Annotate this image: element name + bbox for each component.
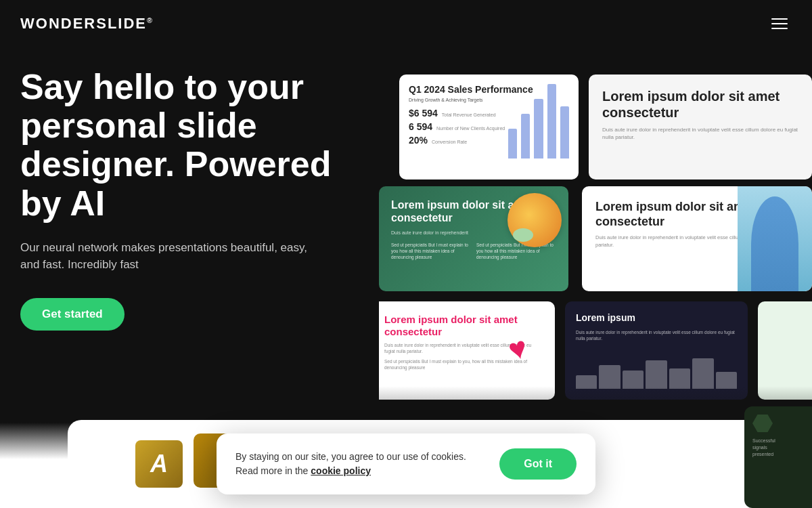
- slide-7-partial: [758, 301, 812, 400]
- got-it-button[interactable]: Got it: [499, 448, 577, 480]
- metric-2-label: Number of New Clients Acquired: [436, 126, 505, 131]
- get-started-button[interactable]: Get started: [20, 298, 125, 331]
- slide-6: Lorem ipsum Duis aute irure dolor in rep…: [565, 301, 748, 400]
- metric-3-val: 20%: [409, 135, 428, 146]
- header: WONDERSLIDE®: [0, 0, 812, 47]
- slides-showcase: Q1 2024 Sales Performance Driving Growth…: [379, 75, 812, 427]
- metric-1-val: $6 594: [409, 108, 438, 119]
- metric-2-val: 6 594: [409, 121, 432, 132]
- cookie-policy-link[interactable]: cookie policy: [311, 465, 371, 476]
- lady-image: [738, 186, 812, 291]
- slide-6-title: Lorem ipsum: [576, 312, 737, 324]
- slide-3-col-1: Sed ut perspiciatis But I must explain t…: [391, 242, 471, 260]
- hamburger-line: [771, 28, 788, 29]
- bar-4: [547, 84, 556, 158]
- slide-5: Lorem ipsum dolor sit amet consectetur D…: [379, 301, 555, 400]
- right-sidebar-partial: Successfulsignalspresented: [744, 406, 812, 508]
- metric-1-label: Total Revenue Generated: [442, 112, 496, 117]
- hero-title: Say hello to your personal slide designe…: [20, 68, 372, 223]
- bar-chart: [508, 84, 569, 158]
- metric-3-label: Conversion Rate: [432, 140, 467, 144]
- hearts-decoration: ♥: [487, 308, 548, 389]
- hero-subtitle: Our neural network makes presentations b…: [20, 239, 318, 274]
- menu-button[interactable]: [767, 14, 792, 33]
- food-image: [508, 193, 562, 247]
- sidebar-label: Successfulsignalspresented: [752, 438, 804, 457]
- hero-section: Say hello to your personal slide designe…: [20, 68, 372, 331]
- bar-5: [560, 106, 569, 158]
- hamburger-line: [771, 23, 788, 24]
- hex-icon: [752, 415, 773, 432]
- slide-1: Q1 2024 Sales Performance Driving Growth…: [399, 75, 579, 179]
- gold-letter-a: A: [135, 440, 183, 488]
- mini-bar-6: [692, 358, 713, 389]
- slide-3: Lorem ipsum dolor sit amet consectetur D…: [379, 186, 568, 291]
- slide-2-text: Duis aute irure dolor in reprehenderit i…: [602, 126, 798, 141]
- cookie-banner: By staying on our site, you agree to our…: [217, 433, 595, 494]
- heart-icon: ♥: [504, 329, 531, 368]
- bar-3: [534, 99, 543, 158]
- slide-6-text: Duis aute irure dolor in reprehenderit i…: [576, 329, 737, 341]
- hamburger-line: [771, 18, 788, 20]
- slide-2-title: Lorem ipsum dolor sit amet consectetur: [602, 88, 798, 121]
- slide-2: Lorem ipsum dolor sit amet consectetur D…: [589, 75, 812, 179]
- cookie-text: By staying on our site, you agree to our…: [235, 450, 486, 478]
- mini-bar-4: [646, 360, 667, 389]
- mini-chart: [576, 355, 737, 389]
- bar-2: [521, 114, 530, 158]
- bar-1: [508, 129, 517, 158]
- mini-bar-2: [599, 365, 620, 389]
- slide-4: Lorem ipsum dolor sit amet consectetur D…: [582, 186, 812, 291]
- logo: WONDERSLIDE®: [20, 15, 154, 33]
